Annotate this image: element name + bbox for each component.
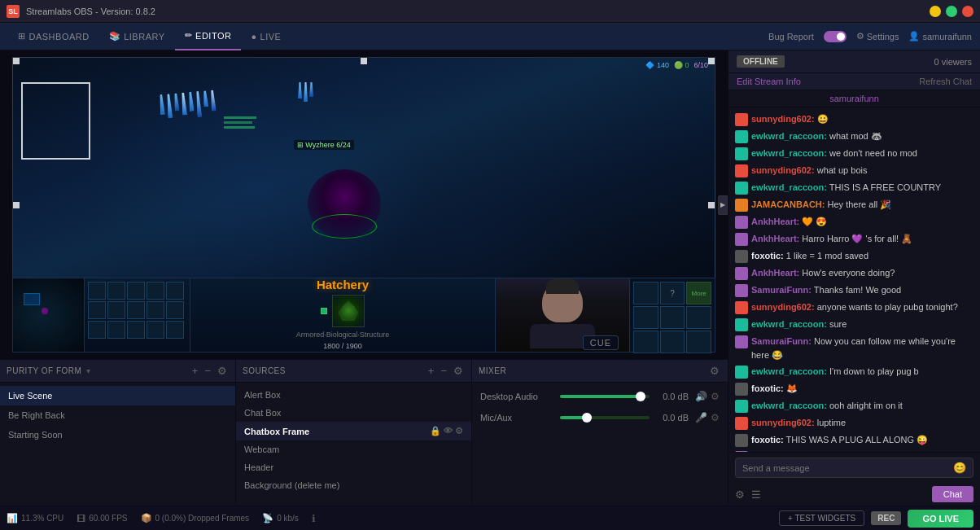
edit-stream-info-button[interactable]: Edit Stream Info — [728, 73, 809, 90]
unit-indicator: ⊞ Wyzhere 6/24 — [294, 140, 354, 150]
go-live-button[interactable]: GO LIVE — [908, 510, 973, 528]
chat-list-button[interactable]: ☰ — [751, 488, 761, 501]
chat-input[interactable] — [742, 463, 953, 473]
toggle-wrap — [824, 31, 847, 42]
rec-button[interactable]: REC — [871, 511, 901, 525]
cmd-btn-3[interactable] — [633, 306, 658, 329]
nav-dashboard[interactable]: ⊞ DASHBOARD — [8, 23, 99, 50]
source-item-chatboxframe[interactable]: Chatbox Frame 🔒 👁 ⚙ — [236, 422, 471, 440]
chat-send-button[interactable]: Chat — [932, 486, 973, 502]
cmd-btn-1[interactable] — [633, 282, 658, 304]
bottom-panels: PURITY OF FORM ▾ + − ⚙ Live Scene ⋮⋮⋮ — [0, 359, 728, 506]
source-item-alertbox[interactable]: Alert Box — [236, 386, 471, 404]
feature-toggle[interactable] — [824, 31, 847, 42]
chat-message: ewkwrd_raccoon: ooh alright im on it — [728, 397, 980, 414]
cmd-btn-2[interactable]: ? — [660, 282, 685, 304]
nav-live[interactable]: ● LIVE — [241, 23, 291, 50]
settings-button[interactable]: ⚙ Settings — [856, 31, 899, 42]
supply-count: 6/10 — [693, 61, 708, 69]
chat-avatar — [735, 147, 748, 160]
chat-message: JAMACANBACH: Hey there all 🎉 — [728, 196, 980, 213]
hud-top: 🔷 140 🟢 0 6/10 — [645, 61, 708, 69]
scenes-add-button[interactable]: + — [190, 365, 200, 377]
chat-panel: OFFLINE 0 viewers Edit Stream Info Refre… — [728, 50, 980, 506]
chat-avatar — [735, 267, 748, 280]
sources-settings-button[interactable]: ⚙ — [452, 365, 465, 377]
scenes-panel: PURITY OF FORM ▾ + − ⚙ Live Scene ⋮⋮⋮ — [0, 360, 236, 506]
chat-avatar — [735, 335, 748, 348]
scenes-panel-header: PURITY OF FORM ▾ + − ⚙ — [0, 360, 235, 383]
scene-item-live[interactable]: Live Scene ⋮⋮⋮ — [0, 386, 235, 405]
corner-mr — [708, 202, 715, 208]
mixer-gear-mic[interactable]: ⚙ — [711, 412, 720, 423]
source-settings-icon[interactable]: ⚙ — [455, 426, 463, 436]
mixer-db-desktop: 0.0 dB — [656, 392, 689, 401]
cmd-btn-8[interactable] — [686, 331, 711, 353]
sources-add-button[interactable]: + — [427, 365, 436, 377]
unit-health: 1800 / 1900 — [323, 342, 362, 350]
titlebar: SL Streamlabs OBS - Version: 0.8.2 — [0, 0, 980, 23]
source-icons: 🔒 👁 ⚙ — [430, 426, 463, 436]
cmd-btn-7[interactable] — [660, 331, 685, 353]
bug-report-button[interactable]: Bug Report — [768, 32, 814, 42]
source-visible-icon[interactable]: 👁 — [444, 426, 453, 436]
editor-area: ⊞ Wyzhere 6/24 🔷 140 🟢 0 6/10 — [0, 50, 728, 506]
mixer-settings-button[interactable]: ⚙ — [708, 365, 721, 377]
status-dropped: 📦 0 (0.0%) Dropped Frames — [141, 513, 250, 523]
chat-message: foxotic: THIS WAS A PLUG ALL ALONG 😜 — [728, 431, 980, 449]
sources-panel: SOURCES + − ⚙ Alert Box Chat Box — [236, 360, 472, 506]
unit-name-display: Hatchery — [317, 278, 369, 291]
preview-canvas[interactable]: ⊞ Wyzhere 6/24 🔷 140 🟢 0 6/10 — [0, 50, 728, 359]
cmd-btn-5[interactable] — [686, 306, 711, 329]
mixer-slider-mic[interactable] — [560, 416, 650, 419]
chat-input-wrap: 😊 — [735, 458, 973, 478]
minimap — [13, 278, 85, 352]
nav-editor[interactable]: ✏ EDITOR — [175, 23, 242, 50]
chat-avatar — [735, 434, 748, 447]
sources-panel-header: SOURCES + − ⚙ — [236, 360, 471, 383]
collapse-arrow[interactable]: ▶ — [718, 195, 728, 215]
scene-item-brb[interactable]: Be Right Back — [0, 405, 235, 425]
refresh-chat-button[interactable]: Refresh Chat — [911, 73, 980, 90]
chat-settings-button[interactable]: ⚙ — [735, 488, 745, 501]
unit-structure: Armored·Biological·Structure — [296, 331, 390, 339]
info-icon[interactable]: ℹ — [312, 513, 316, 524]
chat-emoji-button[interactable]: 😊 — [953, 462, 966, 474]
source-item-background[interactable]: Background (delete me) — [236, 476, 471, 494]
source-item-header[interactable]: Header — [236, 458, 471, 476]
command-panel: ? More — [629, 278, 715, 352]
close-button[interactable] — [962, 6, 973, 17]
mixer-track-label-desktop: Desktop Audio — [480, 392, 553, 401]
chat-message: sunnyding602: what up bois — [728, 162, 980, 179]
cmd-btn-6[interactable] — [633, 331, 658, 353]
source-lock-icon[interactable]: 🔒 — [430, 426, 441, 436]
cmd-btn-more[interactable]: More — [686, 282, 711, 304]
sources-remove-button[interactable]: − — [439, 365, 448, 377]
mixer-mute-mic[interactable]: 🎤 — [695, 412, 707, 423]
mixer-slider-desktop[interactable] — [560, 395, 650, 398]
user-button[interactable]: 👤 samuraifunn — [908, 31, 972, 42]
status-right-controls: + TEST WIDGETS REC GO LIVE — [779, 510, 973, 528]
chat-footer: ⚙ ☰ Chat — [728, 483, 980, 506]
bandwidth-icon: 📡 — [262, 513, 273, 523]
chat-avatar — [735, 113, 748, 126]
mixer-mute-desktop[interactable]: 🔊 — [695, 391, 707, 402]
mixer-gear-desktop[interactable]: ⚙ — [711, 391, 720, 402]
nav-library[interactable]: 📚 LIBRARY — [99, 23, 175, 50]
scenes-settings-button[interactable]: ⚙ — [216, 365, 229, 377]
source-item-webcam[interactable]: Webcam — [236, 440, 471, 458]
crystal-area-2 — [298, 82, 363, 139]
unit-detail-panel: Hatchery Armored·Biological·Structure 18… — [190, 278, 495, 352]
test-widgets-button[interactable]: + TEST WIDGETS — [779, 510, 864, 526]
status-bandwidth: 📡 0 kb/s — [262, 513, 299, 523]
cmd-btn-4[interactable] — [660, 306, 685, 329]
chat-message: ewkwrd_raccoon: THIS IS A FREE COUNTRY — [728, 179, 980, 196]
minimize-button[interactable] — [930, 6, 941, 17]
crystal-area — [160, 90, 257, 172]
maximize-button[interactable] — [946, 6, 957, 17]
scene-item-starting[interactable]: Starting Soon — [0, 425, 235, 445]
source-item-chatbox[interactable]: Chat Box — [236, 404, 471, 422]
scenes-remove-button[interactable]: − — [203, 365, 212, 377]
mixer-icons-desktop: 🔊 ⚙ — [695, 391, 720, 402]
chat-avatar — [735, 216, 748, 229]
